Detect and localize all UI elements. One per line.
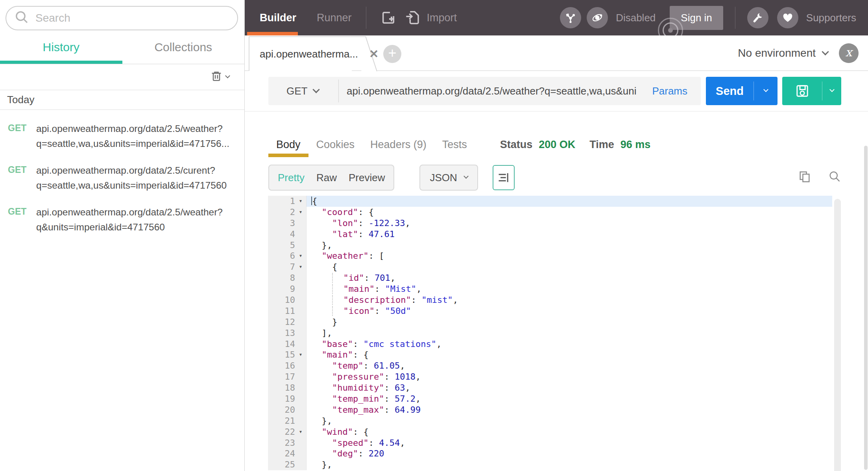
code-text[interactable]: "deg": 220 [307, 448, 832, 459]
code-text[interactable]: "weather": [ [307, 250, 832, 261]
code-text[interactable]: }, [307, 240, 832, 251]
new-window-icon[interactable] [380, 10, 396, 26]
code-token: 4.54 [379, 438, 400, 448]
view-raw[interactable]: Raw [316, 172, 337, 184]
tab-headers[interactable]: Headers (9) [362, 139, 434, 159]
code-line: 10 "description": "mist", [268, 295, 868, 306]
topbar-right-cluster: Disabled Sign in Supporters [560, 6, 868, 30]
line-number-gutter: 8 [268, 273, 307, 284]
request-tab[interactable]: api.openweatherma... ✕ [249, 36, 352, 71]
code-text[interactable]: "temp_max": 64.99 [307, 404, 832, 415]
code-text[interactable]: "pressure": 1018, [307, 371, 832, 382]
code-token: "lon" [332, 218, 358, 228]
copy-icon[interactable] [798, 170, 811, 185]
fold-arrow-icon[interactable]: ▾ [295, 261, 306, 273]
code-token: , [400, 438, 405, 448]
fold-arrow-icon[interactable]: ▾ [295, 207, 306, 218]
code-text[interactable]: "lat": 47.61 [307, 229, 832, 240]
view-preview[interactable]: Preview [349, 172, 385, 184]
view-pretty[interactable]: Pretty [278, 172, 305, 184]
code-text[interactable]: "wind": { [307, 426, 832, 438]
line-number: 1 [268, 196, 295, 207]
code-text[interactable]: }, [307, 459, 832, 470]
search-body-icon[interactable] [828, 170, 841, 185]
tab-tests[interactable]: Tests [434, 139, 475, 159]
trash-dropdown-chevron-icon[interactable] [225, 73, 230, 78]
history-item[interactable]: GETapi.openweathermap.org/data/2.5/curen… [0, 157, 244, 199]
history-item[interactable]: GETapi.openweathermap.org/data/2.5/weath… [0, 199, 244, 241]
code-token: "main" [343, 284, 374, 294]
import-label[interactable]: Import [427, 12, 457, 24]
code-text[interactable]: { [307, 196, 832, 207]
environment-selector[interactable]: No environment [738, 47, 816, 59]
editor-scrollbar[interactable] [834, 199, 841, 471]
code-token: }, [311, 460, 332, 469]
code-text[interactable]: }, [307, 415, 832, 426]
fold-spacer [295, 273, 306, 284]
response-body-editor[interactable]: 1▾{2▾ "coord": {3 "lon": -122.33,4 "lat"… [245, 196, 868, 471]
trash-icon[interactable] [210, 70, 223, 84]
request-url-row: GET api.openweathermap.org/data/2.5/weat… [245, 71, 868, 111]
search-placeholder: Search [35, 12, 70, 24]
nav-runner-tab[interactable]: Runner [317, 12, 352, 24]
new-tab-plus-icon[interactable]: + [383, 45, 401, 63]
history-url-line2: q&units=imperial&id=4717560 [36, 220, 223, 235]
code-text[interactable]: "icon": "50d" [307, 306, 832, 317]
page-scrollbar[interactable] [864, 146, 868, 470]
code-token [311, 339, 322, 349]
interceptor-icon[interactable] [587, 7, 608, 28]
save-options-chevron[interactable] [822, 77, 841, 105]
url-input[interactable]: api.openweathermap.org/data/2.5/weather?… [339, 85, 644, 97]
send-options-chevron[interactable] [754, 77, 778, 105]
fold-arrow-icon[interactable]: ▾ [295, 196, 306, 207]
close-tab-icon[interactable]: ✕ [369, 47, 379, 61]
code-token: 220 [369, 449, 384, 458]
code-text[interactable]: "humidity": 63, [307, 382, 832, 393]
tab-collections[interactable]: Collections [122, 30, 245, 64]
nav-builder-tab[interactable]: Builder [245, 0, 298, 35]
code-text[interactable]: "temp": 61.05, [307, 360, 832, 371]
code-token [311, 394, 332, 404]
environment-quick-look-icon[interactable]: x [839, 43, 859, 63]
save-floppy-icon[interactable] [782, 77, 822, 105]
fold-arrow-icon[interactable]: ▾ [295, 426, 306, 438]
viewbar-right-icons [798, 170, 841, 185]
tab-body[interactable]: Body [268, 139, 308, 159]
proxy-icon[interactable] [560, 7, 581, 28]
code-text[interactable]: "main": { [307, 349, 832, 360]
history-item[interactable]: GETapi.openweathermap.org/data/2.5/weath… [0, 115, 244, 157]
tab-history[interactable]: History [0, 30, 122, 64]
environment-chevron-down-icon[interactable] [822, 48, 829, 55]
code-text[interactable]: { [307, 261, 832, 273]
code-text[interactable]: ], [307, 328, 832, 339]
code-text[interactable]: } [307, 317, 832, 328]
code-line: 11 "icon": "50d" [268, 306, 868, 317]
code-text[interactable]: "speed": 4.54, [307, 438, 832, 449]
send-button[interactable]: Send [706, 77, 778, 105]
code-text[interactable]: "temp_min": 57.2, [307, 393, 832, 404]
fold-arrow-icon[interactable]: ▾ [295, 250, 306, 261]
settings-wrench-icon[interactable] [747, 7, 768, 28]
save-button[interactable] [782, 77, 841, 105]
format-dropdown[interactable]: JSON [419, 165, 478, 191]
code-text[interactable]: "id": 701, [307, 273, 832, 284]
code-text[interactable]: "coord": { [307, 207, 832, 218]
beautify-button[interactable] [493, 165, 515, 190]
code-text[interactable]: "description": "mist", [307, 295, 832, 306]
sign-in-button[interactable]: Sign in [670, 6, 723, 30]
line-number: 11 [268, 306, 295, 317]
tab-cookies[interactable]: Cookies [308, 139, 363, 159]
import-icon[interactable] [405, 10, 421, 26]
code-text[interactable]: "lon": -122.33, [307, 218, 832, 229]
code-token [311, 372, 332, 382]
code-text[interactable]: "main": "Mist", [307, 284, 832, 295]
heart-icon[interactable] [777, 7, 798, 28]
code-token: 701 [375, 273, 390, 283]
code-token: "humidity" [332, 383, 384, 393]
code-text[interactable]: "base": "cmc stations", [307, 339, 832, 350]
search-input[interactable]: Search [6, 6, 238, 30]
fold-arrow-icon[interactable]: ▾ [295, 349, 306, 360]
params-button[interactable]: Params [644, 85, 701, 97]
method-dropdown[interactable]: GET [268, 85, 338, 97]
supporters-label[interactable]: Supporters [806, 12, 856, 24]
